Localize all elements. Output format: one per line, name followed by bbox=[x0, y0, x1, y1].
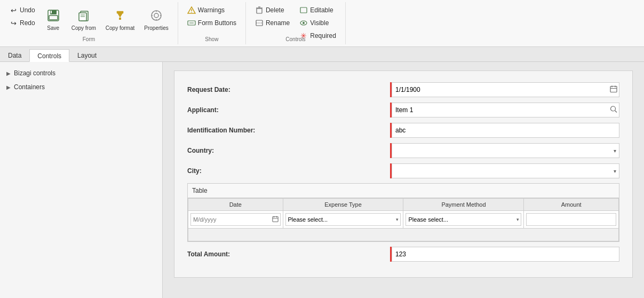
undo-redo-group: ↩ Undo ↪ Redo bbox=[5, 4, 39, 29]
svg-rect-2 bbox=[49, 15, 58, 20]
warnings-icon bbox=[187, 6, 196, 14]
payment-method-wrap: Please select... ▾ bbox=[406, 213, 521, 226]
delete-label: Delete bbox=[266, 6, 284, 14]
identification-number-wrapper bbox=[390, 123, 619, 138]
table-cell-expense-type: Please select... ▾ bbox=[283, 211, 403, 229]
undo-button[interactable]: ↩ Undo bbox=[5, 4, 39, 16]
expense-type-wrap: Please select... ▾ bbox=[285, 213, 401, 226]
svg-point-17 bbox=[191, 12, 192, 13]
copy-from-icon bbox=[75, 7, 92, 24]
expense-type-select[interactable]: Please select... bbox=[285, 213, 401, 226]
city-row: City: ▾ bbox=[187, 163, 619, 179]
delete-icon bbox=[255, 6, 264, 14]
svg-point-9 bbox=[152, 11, 161, 20]
country-wrapper: ▾ bbox=[390, 143, 619, 158]
redo-button[interactable]: ↪ Redo bbox=[5, 17, 39, 29]
copy-from-button[interactable]: Copy from bbox=[68, 4, 100, 34]
delete-button[interactable]: Delete bbox=[251, 4, 293, 16]
svg-rect-8 bbox=[119, 18, 121, 20]
warnings-button[interactable]: Warnings bbox=[184, 4, 240, 16]
main-area: ▶ Bizagi controls ▶ Containers Request D… bbox=[0, 62, 644, 298]
form-area: Request Date: Applicant: bbox=[163, 62, 644, 298]
properties-button[interactable]: Properties bbox=[140, 4, 172, 34]
country-select[interactable] bbox=[392, 143, 619, 158]
identification-number-row: Identification Number: bbox=[187, 122, 619, 138]
table-cell-amount bbox=[524, 211, 619, 229]
rename-button[interactable]: Rename bbox=[251, 17, 293, 29]
form-buttons-button[interactable]: Form Buttons bbox=[184, 17, 240, 29]
rename-label: Rename bbox=[266, 19, 290, 27]
table-section-label: Table bbox=[188, 184, 619, 198]
date-input-wrap bbox=[190, 213, 281, 226]
copy-format-label: Copy format bbox=[106, 25, 134, 32]
show-small-group: Warnings Form Buttons bbox=[184, 4, 240, 37]
tab-layout[interactable]: Layout bbox=[69, 49, 105, 61]
save-button[interactable]: Save bbox=[41, 4, 66, 34]
svg-rect-3 bbox=[51, 11, 52, 13]
redo-icon: ↪ bbox=[9, 19, 18, 27]
table-date-input[interactable] bbox=[190, 213, 281, 226]
controls-group-label: Controls bbox=[246, 36, 345, 42]
table-empty-cell bbox=[188, 229, 619, 241]
table-amount-input[interactable] bbox=[526, 213, 616, 226]
containers-label: Containers bbox=[14, 83, 45, 91]
country-row: Country: ▾ bbox=[187, 143, 619, 159]
city-label: City: bbox=[187, 167, 390, 175]
copy-from-label: Copy from bbox=[71, 25, 96, 32]
table-section: Table Date Expense Type Payment Method A… bbox=[187, 183, 619, 242]
city-select[interactable] bbox=[392, 163, 619, 178]
svg-point-27 bbox=[303, 22, 305, 24]
rename-icon bbox=[255, 19, 264, 27]
toolbar: ↩ Undo ↪ Redo Save bbox=[0, 0, 644, 47]
svg-rect-25 bbox=[300, 7, 307, 13]
sidebar-item-containers[interactable]: ▶ Containers bbox=[0, 80, 162, 94]
expense-table: Date Expense Type Payment Method Amount bbox=[188, 198, 619, 241]
col-payment-method: Payment Method bbox=[403, 199, 524, 211]
copy-format-button[interactable]: Copy format bbox=[102, 4, 138, 34]
properties-icon bbox=[148, 7, 165, 24]
toolbar-controls-items: Delete Rename bbox=[251, 4, 340, 59]
visible-label: Visible bbox=[310, 19, 329, 27]
table-header-row: Date Expense Type Payment Method Amount bbox=[188, 199, 619, 211]
visible-button[interactable]: Visible bbox=[296, 17, 340, 29]
identification-number-label: Identification Number: bbox=[187, 127, 390, 134]
svg-point-32 bbox=[611, 106, 616, 111]
country-label: Country: bbox=[187, 147, 390, 154]
table-cell-date bbox=[188, 211, 283, 229]
request-date-wrapper bbox=[390, 82, 619, 97]
identification-number-input[interactable] bbox=[392, 123, 619, 138]
undo-label: Undo bbox=[20, 6, 35, 14]
save-icon bbox=[45, 7, 62, 24]
tab-controls[interactable]: Controls bbox=[29, 49, 69, 62]
tab-data[interactable]: Data bbox=[0, 49, 29, 61]
controls-col2: Editable Visible ✳ Required bbox=[296, 4, 340, 50]
sidebar-item-bizagi-controls[interactable]: ▶ Bizagi controls bbox=[0, 66, 162, 80]
show-group-label: Show bbox=[178, 36, 245, 42]
editable-icon bbox=[299, 6, 308, 14]
toolbar-group-show: Warnings Form Buttons Show bbox=[178, 2, 246, 44]
editable-button[interactable]: Editable bbox=[296, 4, 340, 16]
form-buttons-label: Form Buttons bbox=[198, 19, 236, 27]
toolbar-group-controls: Delete Rename bbox=[246, 2, 346, 44]
undo-icon: ↩ bbox=[9, 6, 18, 14]
applicant-input[interactable] bbox=[392, 103, 619, 117]
toolbar-group-form: ↩ Undo ↪ Redo Save bbox=[0, 2, 178, 44]
total-amount-input[interactable] bbox=[392, 247, 619, 262]
col-amount: Amount bbox=[524, 199, 619, 211]
request-date-input[interactable] bbox=[392, 82, 619, 97]
applicant-row: Applicant: bbox=[187, 102, 619, 118]
table-calendar-icon[interactable] bbox=[272, 216, 279, 224]
payment-method-select[interactable]: Please select... bbox=[406, 213, 521, 226]
table-empty-row bbox=[188, 229, 619, 241]
col-date: Date bbox=[188, 199, 283, 211]
chevron-right-icon-2: ▶ bbox=[6, 84, 11, 90]
calendar-icon[interactable] bbox=[610, 85, 617, 95]
total-amount-wrapper bbox=[390, 247, 619, 262]
svg-rect-34 bbox=[272, 216, 277, 221]
city-wrapper: ▾ bbox=[390, 163, 619, 178]
bizagi-controls-label: Bizagi controls bbox=[14, 69, 55, 77]
request-date-row: Request Date: bbox=[187, 82, 619, 98]
applicant-label: Applicant: bbox=[187, 106, 390, 114]
search-icon[interactable] bbox=[610, 106, 617, 115]
total-amount-label: Total Amount: bbox=[187, 250, 390, 258]
